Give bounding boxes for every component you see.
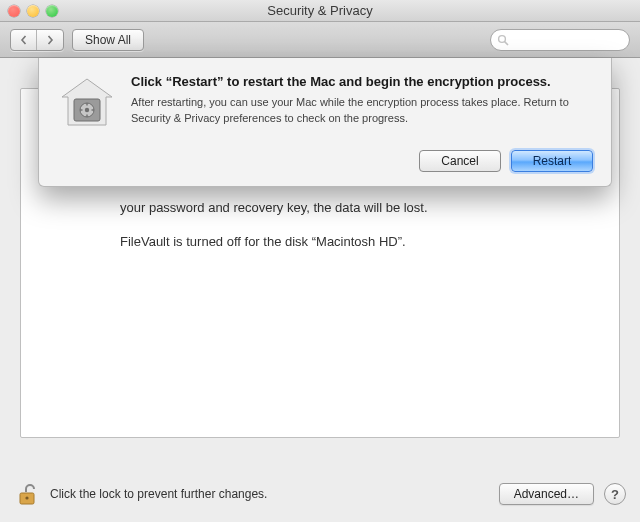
dialog-title: Click “Restart” to restart the Mac and b…: [131, 74, 593, 89]
window-controls: [0, 5, 58, 17]
chevron-left-icon: [19, 35, 29, 45]
svg-point-0: [499, 35, 506, 42]
restart-label: Restart: [533, 154, 572, 168]
nav-segmented: [10, 29, 64, 51]
visible-warning-continuation: your password and recovery key, the data…: [120, 198, 600, 218]
cancel-label: Cancel: [441, 154, 478, 168]
filevault-status-text: FileVault is turned off for the disk “Ma…: [120, 232, 600, 252]
svg-point-7: [85, 108, 89, 112]
house-safe-icon: [58, 75, 116, 133]
search-field[interactable]: [490, 29, 630, 51]
toolbar: Show All: [0, 22, 640, 58]
zoom-window-button[interactable]: [46, 5, 58, 17]
svg-point-3: [25, 496, 28, 499]
lock-hint-text: Click the lock to prevent further change…: [50, 487, 267, 501]
unlocked-lock-icon: [15, 482, 39, 506]
restart-button[interactable]: Restart: [511, 150, 593, 172]
dialog-description: After restarting, you can use your Mac w…: [131, 95, 593, 127]
close-window-button[interactable]: [8, 5, 20, 17]
advanced-label: Advanced…: [514, 487, 579, 501]
show-all-label: Show All: [85, 33, 131, 47]
cancel-button[interactable]: Cancel: [419, 150, 501, 172]
lock-button[interactable]: [14, 481, 40, 507]
bottom-bar: Click the lock to prevent further change…: [0, 466, 640, 522]
help-button[interactable]: ?: [604, 483, 626, 505]
chevron-right-icon: [45, 35, 55, 45]
show-all-button[interactable]: Show All: [72, 29, 144, 51]
help-label: ?: [611, 487, 619, 502]
back-button[interactable]: [11, 30, 37, 50]
filevault-icon: [57, 74, 117, 134]
restart-dialog: Click “Restart” to restart the Mac and b…: [38, 58, 612, 187]
forward-button[interactable]: [37, 30, 63, 50]
window-title: Security & Privacy: [0, 3, 640, 18]
advanced-button[interactable]: Advanced…: [499, 483, 594, 505]
minimize-window-button[interactable]: [27, 5, 39, 17]
search-icon: [497, 34, 509, 46]
svg-line-1: [505, 41, 508, 44]
titlebar: Security & Privacy: [0, 0, 640, 22]
